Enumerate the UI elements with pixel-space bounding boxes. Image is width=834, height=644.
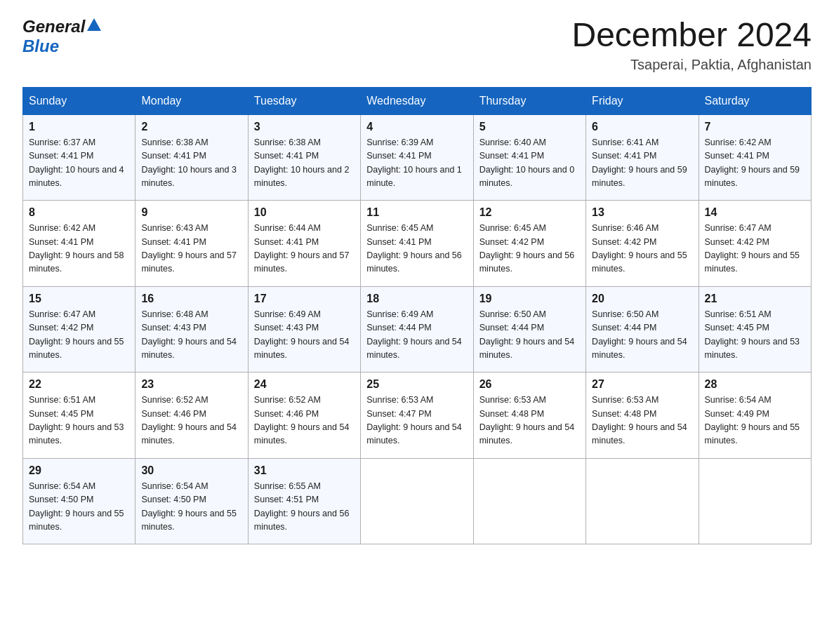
calendar-cell: 31 Sunrise: 6:55 AMSunset: 4:51 PMDaylig… (248, 458, 360, 544)
day-number: 2 (141, 121, 241, 133)
day-number: 9 (141, 206, 241, 219)
weekday-header-friday: Friday (586, 87, 699, 114)
day-info: Sunrise: 6:53 AMSunset: 4:47 PMDaylight:… (366, 395, 462, 445)
calendar-cell: 27 Sunrise: 6:53 AMSunset: 4:48 PMDaylig… (586, 373, 699, 459)
weekday-header-thursday: Thursday (473, 87, 585, 114)
calendar-week-5: 29 Sunrise: 6:54 AMSunset: 4:50 PMDaylig… (23, 458, 812, 544)
day-number: 11 (366, 206, 467, 219)
calendar-cell: 24 Sunrise: 6:52 AMSunset: 4:46 PMDaylig… (248, 373, 360, 459)
calendar-cell (699, 458, 811, 544)
day-number: 8 (29, 206, 129, 219)
day-info: Sunrise: 6:54 AMSunset: 4:50 PMDaylight:… (29, 481, 124, 532)
calendar-cell: 12 Sunrise: 6:45 AMSunset: 4:42 PMDaylig… (473, 201, 585, 287)
calendar-cell: 19 Sunrise: 6:50 AMSunset: 4:44 PMDaylig… (473, 286, 585, 373)
calendar-cell: 13 Sunrise: 6:46 AMSunset: 4:42 PMDaylig… (586, 201, 699, 287)
calendar-cell: 28 Sunrise: 6:54 AMSunset: 4:49 PMDaylig… (699, 373, 811, 459)
calendar-cell: 14 Sunrise: 6:47 AMSunset: 4:42 PMDaylig… (699, 201, 811, 287)
day-number: 6 (592, 121, 692, 133)
calendar-week-4: 22 Sunrise: 6:51 AMSunset: 4:45 PMDaylig… (23, 373, 812, 459)
day-number: 7 (705, 121, 805, 133)
day-number: 26 (479, 378, 580, 391)
day-number: 4 (366, 121, 467, 133)
calendar-cell: 3 Sunrise: 6:38 AMSunset: 4:41 PMDayligh… (248, 114, 360, 201)
day-info: Sunrise: 6:54 AMSunset: 4:49 PMDaylight:… (705, 395, 800, 445)
title-section: December 2024 Tsaperai, Paktia, Afghanis… (571, 17, 812, 73)
day-number: 1 (29, 121, 129, 133)
day-info: Sunrise: 6:44 AMSunset: 4:41 PMDaylight:… (254, 223, 350, 274)
calendar-cell: 6 Sunrise: 6:41 AMSunset: 4:41 PMDayligh… (586, 114, 699, 201)
day-info: Sunrise: 6:49 AMSunset: 4:44 PMDaylight:… (366, 309, 462, 360)
calendar-week-1: 1 Sunrise: 6:37 AMSunset: 4:41 PMDayligh… (23, 114, 812, 201)
day-info: Sunrise: 6:48 AMSunset: 4:43 PMDaylight:… (141, 309, 237, 360)
weekday-header-monday: Monday (135, 87, 248, 114)
day-info: Sunrise: 6:51 AMSunset: 4:45 PMDaylight:… (29, 395, 124, 445)
day-number: 5 (479, 121, 580, 133)
day-info: Sunrise: 6:38 AMSunset: 4:41 PMDaylight:… (254, 137, 350, 188)
calendar-table: SundayMondayTuesdayWednesdayThursdayFrid… (22, 87, 812, 545)
calendar-cell: 29 Sunrise: 6:54 AMSunset: 4:50 PMDaylig… (23, 458, 135, 544)
day-number: 31 (254, 464, 355, 477)
day-info: Sunrise: 6:47 AMSunset: 4:42 PMDaylight:… (29, 309, 124, 360)
day-number: 21 (705, 293, 805, 305)
calendar-cell: 17 Sunrise: 6:49 AMSunset: 4:43 PMDaylig… (248, 286, 360, 373)
calendar-cell: 26 Sunrise: 6:53 AMSunset: 4:48 PMDaylig… (473, 373, 585, 459)
day-number: 13 (592, 206, 692, 219)
calendar-cell: 7 Sunrise: 6:42 AMSunset: 4:41 PMDayligh… (699, 114, 811, 201)
logo-blue: Blue (22, 36, 59, 55)
location: Tsaperai, Paktia, Afghanistan (571, 57, 812, 73)
day-info: Sunrise: 6:38 AMSunset: 4:41 PMDaylight:… (141, 137, 237, 188)
calendar-cell (361, 458, 473, 544)
day-info: Sunrise: 6:47 AMSunset: 4:42 PMDaylight:… (705, 223, 800, 274)
day-info: Sunrise: 6:51 AMSunset: 4:45 PMDaylight:… (705, 309, 800, 360)
calendar-cell: 25 Sunrise: 6:53 AMSunset: 4:47 PMDaylig… (361, 373, 473, 459)
calendar-week-2: 8 Sunrise: 6:42 AMSunset: 4:41 PMDayligh… (23, 201, 812, 287)
month-title: December 2024 (571, 17, 812, 54)
day-info: Sunrise: 6:39 AMSunset: 4:41 PMDaylight:… (366, 137, 462, 188)
calendar-cell: 21 Sunrise: 6:51 AMSunset: 4:45 PMDaylig… (699, 286, 811, 373)
day-number: 3 (254, 121, 355, 133)
calendar-cell: 9 Sunrise: 6:43 AMSunset: 4:41 PMDayligh… (135, 201, 248, 287)
calendar-cell (473, 458, 585, 544)
day-info: Sunrise: 6:50 AMSunset: 4:44 PMDaylight:… (592, 309, 687, 360)
day-number: 24 (254, 378, 355, 391)
weekday-header-wednesday: Wednesday (361, 87, 473, 114)
day-info: Sunrise: 6:41 AMSunset: 4:41 PMDaylight:… (592, 137, 687, 188)
logo-triangle-icon (87, 18, 101, 31)
day-number: 22 (29, 378, 129, 391)
weekday-header-tuesday: Tuesday (248, 87, 360, 114)
day-number: 16 (141, 293, 241, 305)
day-info: Sunrise: 6:53 AMSunset: 4:48 PMDaylight:… (592, 395, 687, 445)
day-number: 14 (705, 206, 805, 219)
day-info: Sunrise: 6:45 AMSunset: 4:41 PMDaylight:… (366, 223, 462, 274)
day-number: 29 (29, 464, 129, 477)
weekday-header-saturday: Saturday (699, 87, 811, 114)
day-info: Sunrise: 6:54 AMSunset: 4:50 PMDaylight:… (141, 481, 237, 532)
day-number: 20 (592, 293, 692, 305)
calendar-cell: 8 Sunrise: 6:42 AMSunset: 4:41 PMDayligh… (23, 201, 135, 287)
calendar-cell: 1 Sunrise: 6:37 AMSunset: 4:41 PMDayligh… (23, 114, 135, 201)
weekday-header-row: SundayMondayTuesdayWednesdayThursdayFrid… (23, 87, 812, 114)
calendar-cell: 23 Sunrise: 6:52 AMSunset: 4:46 PMDaylig… (135, 373, 248, 459)
calendar-cell: 18 Sunrise: 6:49 AMSunset: 4:44 PMDaylig… (361, 286, 473, 373)
day-number: 17 (254, 293, 355, 305)
day-number: 19 (479, 293, 580, 305)
day-info: Sunrise: 6:46 AMSunset: 4:42 PMDaylight:… (592, 223, 687, 274)
day-info: Sunrise: 6:43 AMSunset: 4:41 PMDaylight:… (141, 223, 237, 274)
day-info: Sunrise: 6:50 AMSunset: 4:44 PMDaylight:… (479, 309, 575, 360)
calendar-cell: 20 Sunrise: 6:50 AMSunset: 4:44 PMDaylig… (586, 286, 699, 373)
weekday-header-sunday: Sunday (23, 87, 135, 114)
day-info: Sunrise: 6:42 AMSunset: 4:41 PMDaylight:… (705, 137, 800, 188)
day-info: Sunrise: 6:45 AMSunset: 4:42 PMDaylight:… (479, 223, 575, 274)
calendar-cell: 16 Sunrise: 6:48 AMSunset: 4:43 PMDaylig… (135, 286, 248, 373)
day-number: 18 (366, 293, 467, 305)
day-number: 15 (29, 293, 129, 305)
day-info: Sunrise: 6:40 AMSunset: 4:41 PMDaylight:… (479, 137, 575, 188)
calendar-cell: 4 Sunrise: 6:39 AMSunset: 4:41 PMDayligh… (361, 114, 473, 201)
day-number: 10 (254, 206, 355, 219)
calendar-cell: 10 Sunrise: 6:44 AMSunset: 4:41 PMDaylig… (248, 201, 360, 287)
calendar-cell: 2 Sunrise: 6:38 AMSunset: 4:41 PMDayligh… (135, 114, 248, 201)
day-info: Sunrise: 6:55 AMSunset: 4:51 PMDaylight:… (254, 481, 350, 532)
calendar-cell: 30 Sunrise: 6:54 AMSunset: 4:50 PMDaylig… (135, 458, 248, 544)
day-info: Sunrise: 6:53 AMSunset: 4:48 PMDaylight:… (479, 395, 575, 445)
day-number: 25 (366, 378, 467, 391)
